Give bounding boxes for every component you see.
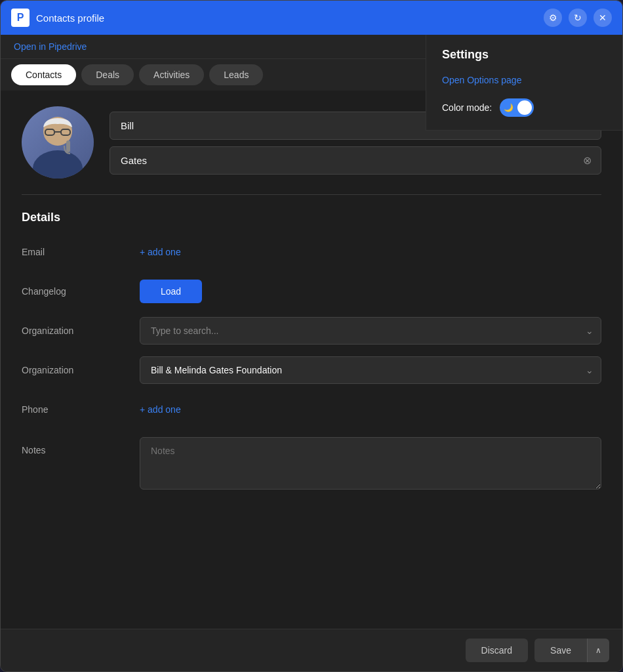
tab-contacts[interactable]: Contacts bbox=[11, 64, 76, 85]
main-content: ⊗ ⊗ Details Email + add one bbox=[1, 91, 622, 629]
organization-value-select[interactable]: Bill & Melinda Gates Foundation bbox=[140, 356, 601, 384]
organization-value-wrapper: Bill & Melinda Gates Foundation ⌄ bbox=[140, 356, 601, 384]
clear-icon: ⊗ bbox=[583, 154, 592, 167]
email-row: Email + add one bbox=[22, 238, 601, 266]
organization-search-label: Organization bbox=[22, 326, 140, 336]
last-name-wrapper: ⊗ bbox=[110, 146, 601, 175]
open-options-link[interactable]: Open Options page bbox=[442, 75, 607, 85]
organization-search-select[interactable]: Type to search... bbox=[140, 317, 601, 345]
avatar bbox=[22, 106, 94, 178]
avatar-illustration bbox=[22, 113, 94, 178]
color-mode-label: Color mode: bbox=[442, 102, 492, 113]
email-add-button[interactable]: + add one bbox=[140, 247, 181, 257]
main-window: P Contacts profile ⚙ ↻ ✕ Settings Open O… bbox=[0, 0, 623, 672]
gear-icon: ⚙ bbox=[549, 12, 557, 23]
email-label: Email bbox=[22, 247, 140, 257]
tab-deals[interactable]: Deals bbox=[81, 64, 134, 85]
discard-button[interactable]: Discard bbox=[466, 639, 528, 662]
save-button[interactable]: Save bbox=[534, 639, 587, 662]
color-mode-toggle[interactable]: 🌙 bbox=[500, 98, 534, 117]
footer: Discard Save ∧ bbox=[1, 629, 622, 671]
organization-search-row: Organization Type to search... ⌄ bbox=[22, 316, 601, 345]
title-bar-actions: ⚙ ↻ ✕ bbox=[544, 9, 612, 27]
refresh-button[interactable]: ↻ bbox=[569, 9, 587, 27]
organization-value-row: Organization Bill & Melinda Gates Founda… bbox=[22, 356, 601, 385]
save-group: Save ∧ bbox=[534, 639, 609, 662]
phone-row: Phone + add one bbox=[22, 395, 601, 424]
last-name-clear-button[interactable]: ⊗ bbox=[580, 154, 593, 167]
window-title: Contacts profile bbox=[36, 12, 104, 24]
close-button[interactable]: ✕ bbox=[593, 9, 612, 27]
organization-search-placeholder: Type to search... bbox=[151, 326, 219, 336]
changelog-value: Load bbox=[140, 280, 601, 303]
changelog-label: Changelog bbox=[22, 286, 140, 297]
phone-add-button[interactable]: + add one bbox=[140, 404, 181, 415]
settings-panel: Settings Open Options page Color mode: 🌙 bbox=[426, 35, 622, 131]
organization-value-text: Bill & Melinda Gates Foundation bbox=[151, 365, 282, 375]
details-title: Details bbox=[22, 211, 601, 224]
last-name-input[interactable] bbox=[110, 146, 601, 175]
changelog-row: Changelog Load bbox=[22, 277, 601, 306]
app-icon: P bbox=[11, 9, 30, 27]
profile-divider bbox=[22, 194, 601, 195]
organization-value-label: Organization bbox=[22, 365, 140, 375]
notes-label: Notes bbox=[22, 437, 140, 455]
chevron-up-icon: ∧ bbox=[595, 646, 601, 655]
phone-label: Phone bbox=[22, 404, 140, 415]
notes-row: Notes bbox=[22, 434, 601, 492]
svg-rect-5 bbox=[66, 140, 70, 152]
organization-search-wrapper: Type to search... ⌄ bbox=[140, 317, 601, 345]
tab-activities[interactable]: Activities bbox=[139, 64, 204, 85]
notes-textarea[interactable] bbox=[140, 437, 601, 490]
notes-value bbox=[140, 437, 601, 492]
settings-title: Settings bbox=[442, 48, 607, 62]
open-in-pipedrive-link[interactable]: Open in Pipedrive bbox=[14, 41, 87, 52]
phone-value: + add one bbox=[140, 404, 601, 415]
email-value: + add one bbox=[140, 247, 601, 257]
svg-point-1 bbox=[33, 150, 83, 178]
gear-button[interactable]: ⚙ bbox=[544, 9, 562, 27]
toggle-knob bbox=[517, 100, 532, 115]
refresh-icon: ↻ bbox=[574, 12, 582, 23]
changelog-load-button[interactable]: Load bbox=[140, 280, 202, 303]
color-mode-row: Color mode: 🌙 bbox=[442, 98, 607, 117]
close-icon: ✕ bbox=[599, 12, 607, 23]
tab-leads[interactable]: Leads bbox=[209, 64, 263, 85]
title-bar: P Contacts profile ⚙ ↻ ✕ bbox=[1, 1, 622, 35]
moon-icon: 🌙 bbox=[504, 103, 513, 112]
save-chevron-button[interactable]: ∧ bbox=[587, 639, 609, 662]
